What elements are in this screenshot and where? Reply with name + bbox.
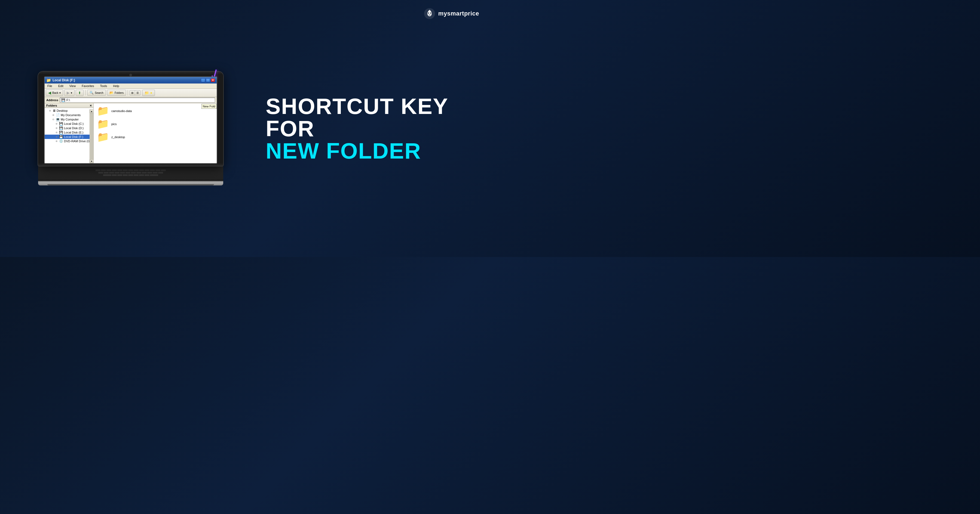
menu-edit[interactable]: Edit xyxy=(57,84,65,88)
key xyxy=(156,170,160,171)
tree-item-f[interactable]: ⊕ 💾 Local Disk (F:) xyxy=(45,135,93,139)
key xyxy=(134,175,138,176)
explorer-window: 📁 Local Disk (F:) _ □ ✕ File Edit View xyxy=(45,77,217,163)
tree-expand-icon: ⊕ xyxy=(49,109,52,112)
key xyxy=(103,175,111,176)
address-value: F:\ xyxy=(67,98,70,102)
tree-label-mycomputer: My Computer xyxy=(61,118,79,121)
folder-name-pics: pics xyxy=(111,122,117,125)
maximize-button[interactable]: □ xyxy=(206,78,210,82)
menu-file[interactable]: File xyxy=(46,84,53,88)
forward-button[interactable]: ▶ ▾ xyxy=(64,89,75,96)
drive-c-icon: 💾 xyxy=(59,122,63,125)
laptop-screen-inner: 📁 Local Disk (F:) _ □ ✕ File Edit View xyxy=(44,76,217,164)
explorer-body: Folders ✕ ⊕ 🖥 Desktop ⊕ xyxy=(45,103,217,163)
key xyxy=(117,170,122,171)
folders-panel-label: Folders xyxy=(46,104,57,107)
drive-f-icon: 💾 xyxy=(59,135,63,139)
scrollbar-track xyxy=(90,113,93,159)
view-controls: ⊞ ☰ xyxy=(130,90,140,95)
tree-label-f: Local Disk (F:) xyxy=(64,135,83,138)
back-label: Back xyxy=(52,91,58,94)
folder-item-pics[interactable]: 📁 pics xyxy=(96,119,215,130)
folder-tree-header: Folders ✕ xyxy=(45,103,93,108)
scroll-up-arrow[interactable]: ▲ xyxy=(90,109,94,113)
back-button[interactable]: ◀ Back ▾ xyxy=(46,89,63,96)
key xyxy=(112,170,117,171)
scroll-down-arrow[interactable]: ▼ xyxy=(90,159,94,163)
up-icon: ⬆ xyxy=(78,91,81,95)
tree-item-e[interactable]: ⊕ 💾 Local Disk (E:) xyxy=(45,130,93,135)
key xyxy=(136,172,141,173)
tree-label-c: Local Disk (C:) xyxy=(64,122,84,125)
folders-label: Folders xyxy=(115,91,124,94)
key xyxy=(104,172,109,173)
key xyxy=(145,175,150,176)
laptop-screen-outer: ↙ 📁 Local Disk (F:) _ □ ✕ xyxy=(38,71,223,166)
key xyxy=(126,172,130,173)
right-section: SHORTCUT KEY FOR NEW FOLDER xyxy=(255,95,490,162)
drive-icon: 💾 xyxy=(61,98,65,102)
new-folder-tooltip: New Fold xyxy=(202,104,217,109)
menu-help[interactable]: Help xyxy=(112,84,120,88)
tree-expand-icon: ⊕ xyxy=(52,114,55,116)
menu-view[interactable]: View xyxy=(68,84,77,88)
file-area: New Fold 📁 camstudio-data 📁 pics 📁 xyxy=(94,103,217,163)
folders-button[interactable]: 📂 Folders xyxy=(107,90,126,96)
laptop-base xyxy=(38,181,223,186)
explorer-menubar: File Edit View Favorites Tools Help xyxy=(45,84,217,89)
menu-tools[interactable]: Tools xyxy=(99,84,108,88)
folder-options-button[interactable]: 📁 ★ xyxy=(142,90,155,96)
folder-star-icon: 📁 xyxy=(145,91,149,95)
key xyxy=(98,172,103,173)
key xyxy=(115,172,119,173)
folder-icon-camstudio: 📁 xyxy=(97,106,109,116)
drive-e-icon: 💾 xyxy=(59,130,63,134)
tree-item-g[interactable]: ⊕ 💿 DVD-RAM Drive (G:) xyxy=(45,139,93,143)
key xyxy=(128,170,133,171)
window-title: Local Disk (F:) xyxy=(52,78,199,82)
back-icon: ◀ xyxy=(48,90,51,95)
logo-area: mysmartprice xyxy=(423,8,479,20)
headline-line2: NEW FOLDER xyxy=(266,140,468,162)
view-list-button[interactable]: ☰ xyxy=(135,90,140,95)
explorer-toolbar: ◀ Back ▾ ▶ ▾ ⬆ 🔍 xyxy=(45,89,217,97)
key xyxy=(139,170,144,171)
tree-label-e: Local Disk (E:) xyxy=(64,131,84,134)
view-icons-button[interactable]: ⊞ xyxy=(130,90,135,95)
address-label: Address xyxy=(46,98,58,102)
address-input[interactable]: 💾 F:\ xyxy=(60,98,215,103)
headline-line1: SHORTCUT KEY FOR xyxy=(266,95,468,140)
desktop-icon: 🖥 xyxy=(52,109,56,113)
key xyxy=(139,175,144,176)
keyboard-row-1 xyxy=(48,170,214,171)
forward-dropdown-icon: ▾ xyxy=(71,91,72,94)
tree-item-mydocs[interactable]: ⊕ 📄 My Documents xyxy=(45,113,93,117)
tree-item-mycomputer[interactable]: ⊖ 💻 My Computer xyxy=(45,117,93,122)
tree-item-desktop[interactable]: ⊕ 🖥 Desktop xyxy=(45,108,93,113)
folder-tree-panel: Folders ✕ ⊕ 🖥 Desktop ⊕ xyxy=(45,103,94,163)
minimize-button[interactable]: _ xyxy=(201,78,205,82)
back-dropdown-icon: ▾ xyxy=(59,91,61,94)
tree-item-c[interactable]: ⊕ 💾 Local Disk (C:) xyxy=(45,122,93,126)
tree-expand-icon: ⊕ xyxy=(56,135,58,138)
folder-item-zdesktop[interactable]: 📁 z_desktop xyxy=(96,132,215,143)
key xyxy=(142,172,147,173)
up-button[interactable]: ⬆ xyxy=(76,90,84,96)
folder-item-camstudio[interactable]: 📁 camstudio-data xyxy=(96,106,215,116)
key xyxy=(153,172,158,173)
svg-point-2 xyxy=(430,13,431,14)
folder-tree-scrollbar[interactable]: ▲ ▼ xyxy=(89,109,93,163)
close-button[interactable]: ✕ xyxy=(211,78,215,82)
keyboard-rows xyxy=(48,170,214,176)
key xyxy=(145,170,150,171)
folders-icon: 📂 xyxy=(110,91,113,95)
folders-panel-close[interactable]: ✕ xyxy=(89,104,92,107)
menu-favorites[interactable]: Favorites xyxy=(81,84,95,88)
key xyxy=(150,175,158,176)
explorer-addressbar: Address 💾 F:\ xyxy=(45,97,217,103)
star-icon: ★ xyxy=(150,91,153,94)
search-button[interactable]: 🔍 Search xyxy=(87,90,106,96)
tree-item-d[interactable]: ⊕ 💾 Local Disk (D:) xyxy=(45,126,93,130)
tree-expand-icon: ⊖ xyxy=(52,118,55,121)
